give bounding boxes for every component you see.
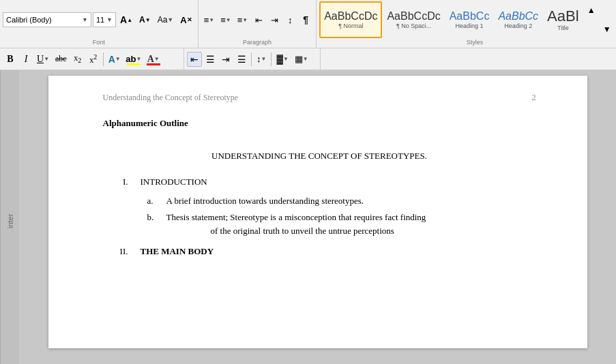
style-heading2[interactable]: AaBbCc Heading 2 bbox=[494, 1, 542, 38]
style-normal-label: ¶ Normal bbox=[338, 22, 363, 29]
align-right-button[interactable]: ⇥ bbox=[218, 52, 233, 67]
highlight-bar-yellow bbox=[127, 63, 141, 65]
page-header: Understanding the Concept of Stereotype … bbox=[103, 93, 536, 103]
page-number: 2 bbox=[532, 93, 536, 103]
styles-scroll-down[interactable]: ▼ bbox=[600, 22, 615, 37]
font-family-value: Calibri (Body) bbox=[6, 16, 52, 24]
align-left-button[interactable]: ⇤ bbox=[187, 52, 202, 67]
clear-formatting-button[interactable]: A✕ bbox=[177, 12, 194, 27]
underline-chevron: ▼ bbox=[44, 56, 49, 62]
paragraph-group-label: Paragraph bbox=[201, 38, 314, 46]
outline-heading: Alphanumeric Outline bbox=[103, 118, 536, 129]
toolbar-row1: Calibri (Body) ▼ 11 ▼ A▲ A▼ Aa▼ bbox=[0, 0, 616, 48]
style-heading1-label: Heading 1 bbox=[456, 22, 484, 29]
text-effects-button[interactable]: A ▼ bbox=[106, 52, 123, 67]
bold-button[interactable]: B bbox=[3, 52, 18, 67]
sidebar-label: inter bbox=[6, 213, 14, 228]
page-container: Understanding the Concept of Stereotype … bbox=[19, 70, 616, 364]
superscript-button[interactable]: x2 bbox=[86, 52, 101, 67]
paragraph-group: ≡ ▼ ≡ ▼ ≡ ▼ ⇤ ⇥ bbox=[199, 0, 317, 48]
borders-chevron: ▼ bbox=[303, 56, 308, 62]
font-family-chevron: ▼ bbox=[82, 16, 88, 23]
strikethrough-button[interactable]: abc bbox=[53, 52, 70, 67]
font-size-value: 11 bbox=[96, 16, 104, 24]
outline-continuation-1b: of the original truth to unveil the untr… bbox=[103, 226, 536, 237]
borders-button[interactable]: ▦ ▼ bbox=[292, 52, 311, 67]
decrease-indent-button[interactable]: ⇤ bbox=[251, 12, 266, 27]
change-case-button[interactable]: Aa▼ bbox=[155, 12, 177, 27]
font-color-chevron: ▼ bbox=[154, 56, 160, 62]
outline-item-2: II. THE MAIN BODY bbox=[103, 246, 536, 257]
font-group-label: Font bbox=[3, 38, 195, 46]
highlight-chevron: ▼ bbox=[136, 56, 141, 62]
increase-indent-button[interactable]: ⇥ bbox=[267, 12, 282, 27]
style-heading1[interactable]: AaBbCc Heading 1 bbox=[445, 1, 494, 38]
outline-sub-letter-1b: b. bbox=[147, 212, 166, 223]
font-color-button[interactable]: A ▼ bbox=[144, 52, 163, 67]
line-spacing-button[interactable]: ↕ ▼ bbox=[254, 52, 269, 67]
font-family-dropdown[interactable]: Calibri (Body) ▼ bbox=[3, 12, 91, 27]
outline-sub-item-1a: a. A brief introduction towards understa… bbox=[103, 196, 536, 207]
show-formatting-marks-button[interactable]: ¶ bbox=[298, 12, 313, 27]
outline-sub-letter-1a: a. bbox=[147, 196, 166, 207]
multilevel-list-button[interactable]: ≡ ▼ bbox=[235, 12, 251, 27]
subscript-button[interactable]: x2 bbox=[70, 52, 85, 67]
outline-text-2: THE MAIN BODY bbox=[141, 246, 214, 257]
outline-sub-text-1a: A brief introduction towards understandi… bbox=[166, 196, 364, 207]
shrink-font-button[interactable]: A▼ bbox=[136, 12, 153, 27]
style-title-label: Title bbox=[557, 25, 569, 31]
styles-scroll-up[interactable]: ▲ bbox=[584, 3, 599, 18]
font-format-subgroup: B I U ▼ abc x2 x2 bbox=[0, 48, 184, 70]
numbering-button[interactable]: ≡ ▼ bbox=[218, 12, 234, 27]
highlight-button[interactable]: ab ▼ bbox=[124, 52, 143, 67]
text-effects-chevron: ▼ bbox=[115, 56, 121, 62]
style-no-spacing-label: ¶ No Spaci... bbox=[396, 22, 431, 29]
shading-button[interactable]: ▓ ▼ bbox=[274, 52, 291, 67]
outline-text-1: INTRODUCTION bbox=[141, 177, 207, 187]
styles-group: AaBbCcDc ¶ Normal AaBbCcDc ¶ No Spaci...… bbox=[317, 0, 616, 48]
font-color-bar-red bbox=[147, 63, 160, 65]
outline-list: I. INTRODUCTION a. A brief introduction … bbox=[103, 177, 536, 257]
italic-button[interactable]: I bbox=[18, 52, 33, 67]
align-center-button[interactable]: ☰ bbox=[203, 52, 218, 67]
left-sidebar: inter bbox=[0, 70, 19, 364]
shading-chevron: ▼ bbox=[283, 56, 289, 62]
doc-centered-title: UNDERSTANDING THE CONCEPT OF STEREOTYPES… bbox=[103, 151, 536, 162]
outline-sub-item-1b: b. Thesis statement; Stereotype is a mis… bbox=[103, 212, 536, 223]
style-title[interactable]: AaBl Title bbox=[543, 1, 583, 38]
styles-group-label: Styles bbox=[319, 38, 616, 46]
style-no-spacing[interactable]: AaBbCcDc ¶ No Spaci... bbox=[383, 1, 444, 38]
header-title: Understanding the Concept of Stereotype bbox=[103, 93, 239, 103]
font-group: Calibri (Body) ▼ 11 ▼ A▲ A▼ Aa▼ bbox=[0, 0, 199, 48]
style-heading2-label: Heading 2 bbox=[504, 22, 532, 29]
font-size-chevron: ▼ bbox=[106, 16, 113, 23]
font-size-dropdown[interactable]: 11 ▼ bbox=[93, 12, 116, 27]
paragraph-align-subgroup: ⇤ ☰ ⇥ ☰ ↕ ▼ ▓ ▼ bbox=[184, 48, 321, 70]
line-spacing-chevron: ▼ bbox=[261, 56, 267, 62]
sort-button[interactable]: ↕ bbox=[282, 12, 297, 27]
toolbar: Calibri (Body) ▼ 11 ▼ A▲ A▼ Aa▼ bbox=[0, 0, 616, 70]
outline-numeral-1: I. bbox=[103, 177, 141, 187]
outline-item-1: I. INTRODUCTION bbox=[103, 177, 536, 187]
document-area: inter Understanding the Concept of Stere… bbox=[0, 70, 616, 364]
document-page[interactable]: Understanding the Concept of Stereotype … bbox=[48, 76, 587, 348]
bullets-button[interactable]: ≡ ▼ bbox=[201, 12, 218, 27]
toolbar-row2: B I U ▼ abc x2 x2 bbox=[0, 48, 616, 70]
outline-sub-text-1b: Thesis statement; Stereotype is a miscon… bbox=[166, 212, 426, 223]
grow-font-button[interactable]: A▲ bbox=[117, 12, 135, 27]
outline-numeral-2: II. bbox=[103, 246, 141, 257]
justify-button[interactable]: ☰ bbox=[234, 52, 249, 67]
style-normal[interactable]: AaBbCcDc ¶ Normal bbox=[319, 1, 382, 38]
underline-button[interactable]: U ▼ bbox=[34, 52, 52, 67]
